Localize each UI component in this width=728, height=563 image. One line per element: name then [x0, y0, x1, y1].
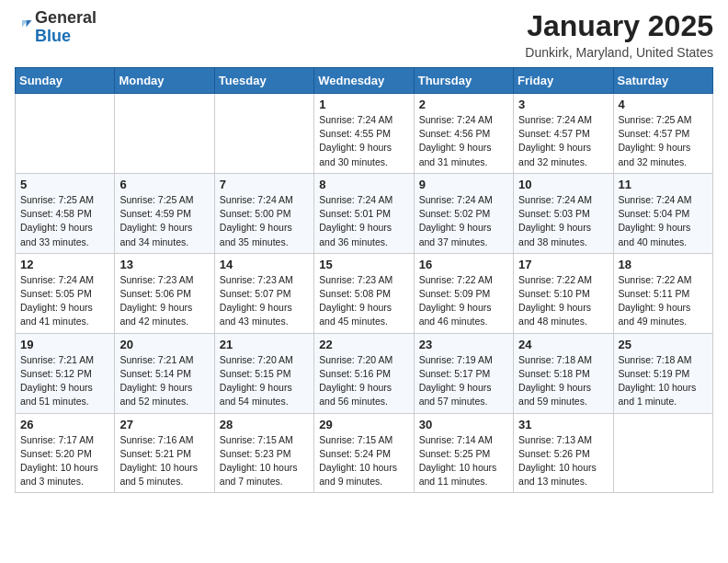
day-info: Sunrise: 7:24 AM Sunset: 5:04 PM Dayligh… — [619, 193, 708, 249]
day-info: Sunrise: 7:21 AM Sunset: 5:14 PM Dayligh… — [119, 353, 209, 409]
logo-icon — [17, 17, 33, 34]
table-row: 16Sunrise: 7:22 AM Sunset: 5:09 PM Dayli… — [414, 253, 513, 333]
table-row: 6Sunrise: 7:25 AM Sunset: 4:59 PM Daylig… — [115, 173, 214, 253]
table-row: 15Sunrise: 7:23 AM Sunset: 5:08 PM Dayli… — [314, 253, 414, 333]
day-number: 26 — [20, 418, 109, 431]
day-number: 23 — [419, 338, 508, 351]
calendar-week-1: 1Sunrise: 7:24 AM Sunset: 4:55 PM Daylig… — [16, 94, 713, 174]
table-row — [115, 94, 214, 174]
svg-marker-0 — [27, 20, 32, 28]
day-info: Sunrise: 7:24 AM Sunset: 4:57 PM Dayligh… — [518, 113, 608, 169]
table-row: 5Sunrise: 7:25 AM Sunset: 4:58 PM Daylig… — [16, 173, 115, 253]
day-number: 14 — [220, 258, 309, 271]
header-monday: Monday — [115, 68, 214, 94]
day-info: Sunrise: 7:16 AM Sunset: 5:21 PM Dayligh… — [119, 433, 209, 489]
table-row: 10Sunrise: 7:24 AM Sunset: 5:03 PM Dayli… — [514, 173, 613, 253]
table-row: 3Sunrise: 7:24 AM Sunset: 4:57 PM Daylig… — [514, 94, 613, 174]
day-info: Sunrise: 7:22 AM Sunset: 5:10 PM Dayligh… — [518, 273, 608, 329]
day-number: 11 — [619, 178, 708, 191]
day-info: Sunrise: 7:19 AM Sunset: 5:17 PM Dayligh… — [419, 353, 508, 409]
day-number: 27 — [119, 418, 209, 431]
day-number: 10 — [518, 178, 608, 191]
day-number: 5 — [20, 178, 109, 191]
day-info: Sunrise: 7:15 AM Sunset: 5:24 PM Dayligh… — [319, 433, 408, 489]
day-info: Sunrise: 7:17 AM Sunset: 5:20 PM Dayligh… — [20, 433, 109, 489]
page-container: General Blue January 2025 Dunkirk, Maryl… — [0, 0, 728, 508]
day-number: 16 — [419, 258, 508, 271]
day-number: 18 — [619, 258, 708, 271]
calendar-week-4: 19Sunrise: 7:21 AM Sunset: 5:12 PM Dayli… — [16, 333, 713, 413]
day-info: Sunrise: 7:20 AM Sunset: 5:16 PM Dayligh… — [319, 353, 408, 409]
logo-blue-text: Blue — [35, 27, 71, 45]
calendar-week-2: 5Sunrise: 7:25 AM Sunset: 4:58 PM Daylig… — [16, 173, 713, 253]
day-info: Sunrise: 7:24 AM Sunset: 4:55 PM Dayligh… — [319, 113, 408, 169]
day-info: Sunrise: 7:24 AM Sunset: 5:03 PM Dayligh… — [518, 193, 608, 249]
table-row: 19Sunrise: 7:21 AM Sunset: 5:12 PM Dayli… — [16, 333, 115, 413]
day-number: 8 — [319, 178, 408, 191]
table-row: 25Sunrise: 7:18 AM Sunset: 5:19 PM Dayli… — [613, 333, 712, 413]
day-number: 28 — [220, 418, 309, 431]
day-info: Sunrise: 7:23 AM Sunset: 5:08 PM Dayligh… — [319, 273, 408, 329]
day-info: Sunrise: 7:22 AM Sunset: 5:09 PM Dayligh… — [419, 273, 508, 329]
day-info: Sunrise: 7:13 AM Sunset: 5:26 PM Dayligh… — [518, 433, 608, 489]
table-row: 20Sunrise: 7:21 AM Sunset: 5:14 PM Dayli… — [115, 333, 214, 413]
table-row: 1Sunrise: 7:24 AM Sunset: 4:55 PM Daylig… — [314, 94, 414, 174]
day-number: 21 — [220, 338, 309, 351]
logo: General Blue — [15, 9, 97, 46]
table-row: 30Sunrise: 7:14 AM Sunset: 5:25 PM Dayli… — [414, 413, 513, 493]
table-row: 8Sunrise: 7:24 AM Sunset: 5:01 PM Daylig… — [314, 173, 414, 253]
table-row: 31Sunrise: 7:13 AM Sunset: 5:26 PM Dayli… — [514, 413, 613, 493]
table-row: 28Sunrise: 7:15 AM Sunset: 5:23 PM Dayli… — [214, 413, 313, 493]
table-row: 13Sunrise: 7:23 AM Sunset: 5:06 PM Dayli… — [115, 253, 214, 333]
day-info: Sunrise: 7:14 AM Sunset: 5:25 PM Dayligh… — [419, 433, 508, 489]
table-row: 22Sunrise: 7:20 AM Sunset: 5:16 PM Dayli… — [314, 333, 414, 413]
day-info: Sunrise: 7:25 AM Sunset: 4:58 PM Dayligh… — [20, 193, 109, 249]
day-number: 24 — [518, 338, 608, 351]
day-info: Sunrise: 7:18 AM Sunset: 5:19 PM Dayligh… — [619, 353, 708, 409]
day-info: Sunrise: 7:22 AM Sunset: 5:11 PM Dayligh… — [619, 273, 708, 329]
calendar-table: Sunday Monday Tuesday Wednesday Thursday… — [15, 67, 713, 493]
calendar-week-3: 12Sunrise: 7:24 AM Sunset: 5:05 PM Dayli… — [16, 253, 713, 333]
table-row: 7Sunrise: 7:24 AM Sunset: 5:00 PM Daylig… — [214, 173, 313, 253]
day-number: 4 — [619, 98, 708, 111]
day-number: 6 — [119, 178, 209, 191]
day-number: 9 — [419, 178, 508, 191]
day-number: 13 — [119, 258, 209, 271]
table-row: 26Sunrise: 7:17 AM Sunset: 5:20 PM Dayli… — [16, 413, 115, 493]
table-row — [214, 94, 313, 174]
table-row: 17Sunrise: 7:22 AM Sunset: 5:10 PM Dayli… — [514, 253, 613, 333]
table-row: 18Sunrise: 7:22 AM Sunset: 5:11 PM Dayli… — [613, 253, 712, 333]
day-number: 22 — [319, 338, 408, 351]
header-tuesday: Tuesday — [214, 68, 313, 94]
header: General Blue January 2025 Dunkirk, Maryl… — [15, 9, 713, 60]
header-thursday: Thursday — [414, 68, 513, 94]
day-info: Sunrise: 7:18 AM Sunset: 5:18 PM Dayligh… — [518, 353, 608, 409]
day-info: Sunrise: 7:20 AM Sunset: 5:15 PM Dayligh… — [220, 353, 309, 409]
day-number: 31 — [518, 418, 608, 431]
day-number: 19 — [20, 338, 109, 351]
title-area: January 2025 Dunkirk, Maryland, United S… — [525, 9, 713, 60]
location: Dunkirk, Maryland, United States — [525, 45, 713, 60]
calendar-header-row: Sunday Monday Tuesday Wednesday Thursday… — [16, 68, 713, 94]
table-row: 11Sunrise: 7:24 AM Sunset: 5:04 PM Dayli… — [613, 173, 712, 253]
table-row: 29Sunrise: 7:15 AM Sunset: 5:24 PM Dayli… — [314, 413, 414, 493]
header-saturday: Saturday — [613, 68, 712, 94]
day-info: Sunrise: 7:24 AM Sunset: 5:05 PM Dayligh… — [20, 273, 109, 329]
day-info: Sunrise: 7:24 AM Sunset: 5:01 PM Dayligh… — [319, 193, 408, 249]
day-number: 7 — [220, 178, 309, 191]
table-row — [16, 94, 115, 174]
table-row: 24Sunrise: 7:18 AM Sunset: 5:18 PM Dayli… — [514, 333, 613, 413]
day-info: Sunrise: 7:24 AM Sunset: 5:02 PM Dayligh… — [419, 193, 508, 249]
day-number: 15 — [319, 258, 408, 271]
day-number: 25 — [619, 338, 708, 351]
table-row: 2Sunrise: 7:24 AM Sunset: 4:56 PM Daylig… — [414, 94, 513, 174]
table-row: 21Sunrise: 7:20 AM Sunset: 5:15 PM Dayli… — [214, 333, 313, 413]
table-row: 9Sunrise: 7:24 AM Sunset: 5:02 PM Daylig… — [414, 173, 513, 253]
day-number: 12 — [20, 258, 109, 271]
day-info: Sunrise: 7:25 AM Sunset: 4:57 PM Dayligh… — [619, 113, 708, 169]
day-info: Sunrise: 7:15 AM Sunset: 5:23 PM Dayligh… — [220, 433, 309, 489]
day-number: 30 — [419, 418, 508, 431]
table-row: 12Sunrise: 7:24 AM Sunset: 5:05 PM Dayli… — [16, 253, 115, 333]
logo-general-text: General — [35, 8, 97, 27]
day-info: Sunrise: 7:24 AM Sunset: 5:00 PM Dayligh… — [220, 193, 309, 249]
